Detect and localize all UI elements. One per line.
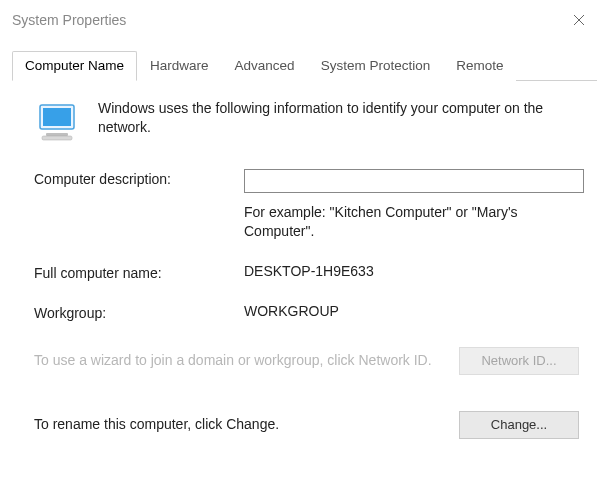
row-description-example: For example: "Kitchen Computer" or "Mary… [34, 203, 579, 241]
row-full-name: Full computer name: DESKTOP-1H9E633 [34, 263, 579, 281]
row-change: To rename this computer, click Change. C… [34, 411, 579, 439]
tab-system-protection[interactable]: System Protection [308, 51, 444, 81]
tab-strip: Computer Name Hardware Advanced System P… [12, 50, 597, 81]
row-workgroup: Workgroup: WORKGROUP [34, 303, 579, 321]
close-button[interactable] [559, 6, 599, 34]
row-network-id: To use a wizard to join a domain or work… [34, 347, 579, 375]
intro-text: Windows uses the following information t… [98, 99, 579, 137]
tab-remote[interactable]: Remote [443, 51, 516, 81]
button-network-id: Network ID... [459, 347, 579, 375]
computer-icon [34, 99, 82, 147]
button-change[interactable]: Change... [459, 411, 579, 439]
svg-rect-5 [42, 136, 72, 140]
tab-panel-computer-name: Windows uses the following information t… [12, 81, 597, 457]
row-description: Computer description: [34, 169, 579, 193]
tab-hardware[interactable]: Hardware [137, 51, 222, 81]
label-workgroup: Workgroup: [34, 303, 244, 321]
input-description[interactable] [244, 169, 584, 193]
svg-rect-3 [43, 108, 71, 126]
tab-computer-name[interactable]: Computer Name [12, 51, 137, 81]
text-network-id-desc: To use a wizard to join a domain or work… [34, 351, 439, 370]
text-change-desc: To rename this computer, click Change. [34, 415, 439, 434]
value-workgroup: WORKGROUP [244, 303, 579, 319]
label-description: Computer description: [34, 169, 244, 187]
close-icon [573, 14, 585, 26]
label-full-name: Full computer name: [34, 263, 244, 281]
intro-row: Windows uses the following information t… [34, 99, 579, 147]
svg-rect-4 [46, 133, 68, 136]
window-title: System Properties [12, 12, 126, 28]
text-description-example: For example: "Kitchen Computer" or "Mary… [244, 203, 579, 241]
titlebar: System Properties [0, 0, 609, 40]
value-full-name: DESKTOP-1H9E633 [244, 263, 579, 279]
tab-advanced[interactable]: Advanced [222, 51, 308, 81]
